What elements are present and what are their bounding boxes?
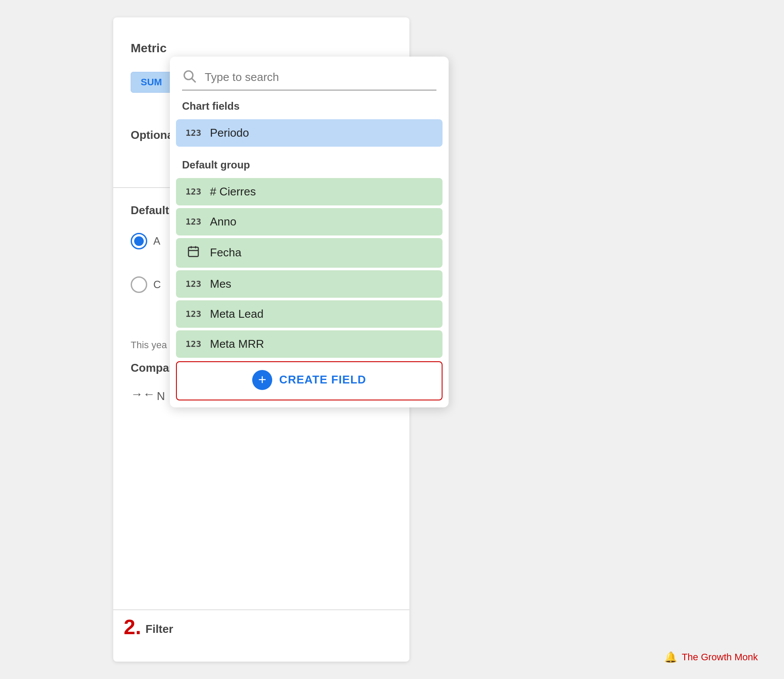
field-name-periodo: Periodo: [210, 126, 249, 140]
svg-point-0: [184, 71, 193, 80]
step-number: 2.: [124, 617, 141, 638]
this-year-label: This yea: [131, 340, 167, 351]
radio-a[interactable]: [131, 233, 147, 249]
arrows-icon: →←: [131, 387, 155, 401]
field-name-metamrr: Meta MRR: [210, 337, 264, 351]
calendar-icon: [185, 245, 202, 261]
filter-label: Filter: [145, 622, 173, 636]
field-icon-metalead: 123: [185, 309, 202, 319]
watermark-icon: 🔔: [664, 651, 677, 663]
create-field-label: CREATE FIELD: [279, 373, 366, 387]
radio-row-a[interactable]: A: [131, 233, 160, 249]
radio-c-text: C: [153, 279, 161, 291]
radio-a-text: A: [153, 235, 160, 247]
field-item-metamrr[interactable]: 123 Meta MRR: [176, 330, 443, 358]
watermark-text: The Growth Monk: [682, 652, 758, 663]
field-item-metalead[interactable]: 123 Meta Lead: [176, 300, 443, 328]
field-name-metalead: Meta Lead: [210, 307, 264, 321]
create-field-plus-icon: +: [252, 370, 272, 390]
dropdown-popup: Chart fields 123 Periodo Default group 1…: [170, 57, 449, 407]
chart-fields-section-label: Chart fields: [170, 91, 449, 117]
search-input[interactable]: [205, 71, 436, 84]
field-icon-cierres: 123: [185, 186, 202, 197]
default-group-section-label: Default group: [170, 149, 449, 175]
field-name-anno: Anno: [210, 215, 237, 229]
search-area: [170, 57, 449, 85]
field-icon-123: 123: [185, 128, 202, 138]
svg-line-1: [192, 79, 196, 83]
field-item-periodo[interactable]: 123 Periodo: [176, 119, 443, 147]
field-item-mes[interactable]: 123 Mes: [176, 270, 443, 298]
field-item-fecha[interactable]: Fecha: [176, 238, 443, 268]
search-icon: [182, 69, 197, 85]
field-name-fecha: Fecha: [210, 246, 241, 259]
field-icon-mes: 123: [185, 279, 202, 289]
compare-label: Compar: [131, 361, 173, 375]
n-text: N: [157, 390, 165, 403]
field-item-cierres[interactable]: 123 # Cierres: [176, 178, 443, 205]
bottom-bar: 2. Filter: [113, 609, 409, 644]
field-name-cierres: # Cierres: [210, 185, 256, 198]
radio-row-c[interactable]: C: [131, 276, 161, 293]
create-field-button[interactable]: + CREATE FIELD: [176, 361, 443, 400]
metric-label: Metric: [131, 41, 166, 55]
field-icon-metamrr: 123: [185, 339, 202, 349]
svg-rect-2: [189, 247, 199, 256]
field-icon-anno: 123: [185, 216, 202, 227]
default-label: Default: [131, 204, 169, 217]
watermark: 🔔 The Growth Monk: [664, 651, 758, 663]
field-item-anno[interactable]: 123 Anno: [176, 208, 443, 235]
optional-label: Optiona: [131, 128, 173, 142]
radio-c[interactable]: [131, 276, 147, 293]
field-name-mes: Mes: [210, 277, 231, 291]
sum-tab[interactable]: SUM: [131, 72, 172, 93]
